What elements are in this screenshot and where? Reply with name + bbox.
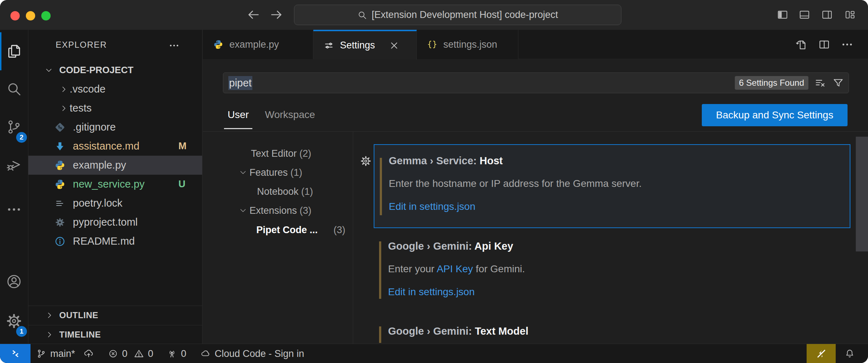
branch-icon [36,348,47,359]
arrow-down-icon [54,141,66,152]
status-item-0[interactable]: 0 [167,344,186,363]
badge: 2 [16,132,27,143]
scope-tab-user[interactable]: User [228,109,249,121]
edit-in-settings-json-link[interactable]: Edit in settings.json [389,201,475,212]
status-label: 0 [122,348,127,359]
more-icon [6,201,22,218]
explorer-more-actions-icon[interactable] [168,40,180,51]
toc-label: Features (1) [249,167,302,178]
description-link[interactable]: API Key [437,263,473,274]
warning-icon [134,348,144,359]
toggle-secondary-sidebar-icon[interactable] [821,9,833,21]
notifications-bell-icon[interactable] [844,348,855,359]
badge: 1 [16,326,27,337]
minimize-window-button[interactable] [26,11,35,20]
results-count-badge: 6 Settings Found [735,76,808,90]
status-item-publish-icon[interactable] [83,344,94,363]
tree-item-tests[interactable]: tests [28,99,202,118]
sliders-icon [323,40,334,51]
modified-indicator [379,326,381,343]
tree-item-poetry.lock[interactable]: poetry.lock [28,194,202,213]
tree-item-pyproject.toml[interactable]: pyproject.toml [28,213,202,232]
close-window-button[interactable] [10,11,20,20]
file-label: pyproject.toml [73,216,138,228]
forward-arrow-icon[interactable] [269,8,284,22]
chevron-down-icon [238,168,248,177]
more-icon[interactable] [841,38,854,51]
file-label: new_service.py [73,178,145,190]
chevron-down-icon [238,206,248,215]
debug-disconnected-button[interactable] [807,344,836,363]
tree-item-.gitignore[interactable]: .gitignore [28,118,202,137]
edit-in-settings-json-link[interactable]: Edit in settings.json [388,286,475,298]
files-icon [6,43,22,60]
split-icon[interactable] [818,38,831,51]
activity-item-additional-views[interactable] [0,192,28,227]
section-timeline[interactable]: TIMELINE [28,325,202,344]
zoom-window-button[interactable] [41,11,51,20]
search-icon [6,81,22,97]
setting-row-host[interactable]: Gemma › Service: HostEnter the hostname … [374,144,850,228]
toc-item-extensions[interactable]: Extensions (3) [203,201,353,220]
clear-filters-icon[interactable] [814,77,826,89]
settings-list: Gemma › Service: HostEnter the hostname … [353,132,868,344]
status-label: Cloud Code - Sign in [215,348,304,359]
status-item-0[interactable]: 0 [108,344,127,363]
python-icon [54,179,66,190]
tab-example.py[interactable]: example.py [203,30,313,59]
tree-item-README.md[interactable]: README.md [28,232,202,251]
activity-item-search[interactable] [0,72,28,106]
chevron-down-icon [44,66,53,75]
activity-item-accounts[interactable] [0,264,28,299]
toggle-panel-icon[interactable] [798,9,811,21]
command-center[interactable]: [Extension Development Host] code-projec… [294,5,621,25]
remote-indicator[interactable] [0,344,31,363]
go-file-icon[interactable] [795,38,808,51]
section-outline[interactable]: OUTLINE [28,306,202,325]
toc-item-notebook[interactable]: Notebook (1) [203,182,353,201]
customize-layout-icon[interactable] [844,9,856,21]
activity-item-manage[interactable]: 1 [0,304,28,338]
settings-scope-tabs: Backup and Sync Settings UserWorkspace [203,104,868,132]
modified-indicator [380,158,382,215]
filter-icon[interactable] [832,77,844,89]
tree-item-assistance.md[interactable]: assistance.mdM [28,137,202,156]
close-icon[interactable] [389,40,400,51]
toggle-sidebar-icon[interactable] [776,9,789,21]
explorer-sidebar: EXPLORER CODE-PROJECT.vscodetests.gitign… [28,30,202,344]
debug-icon [6,156,22,173]
git-status-badge: U [178,179,186,190]
tree-item-new_service.py[interactable]: new_service.pyU [28,175,202,194]
chevron-right-icon [45,330,54,339]
status-item-cloud-code-sign-in[interactable]: Cloud Code - Sign in [200,344,304,363]
status-item-main-[interactable]: main* [36,344,75,363]
scope-tab-workspace[interactable]: Workspace [265,109,315,121]
activity-item-explorer[interactable] [0,34,28,69]
tab-Settings[interactable]: Settings [313,30,417,60]
tree-item-CODE-PROJECT[interactable]: CODE-PROJECT [28,61,202,80]
status-label: 0 [148,348,153,359]
activity-item-run-and-debug[interactable] [0,147,28,182]
info-icon [54,236,66,247]
setting-row-text-model[interactable]: Google › Gemini: Text Model [374,322,850,344]
status-item-0[interactable]: 0 [134,344,153,363]
setting-description: Enter your API Key for Gemini. [388,263,525,275]
setting-row-api-key[interactable]: Google › Gemini: Api KeyEnter your API K… [374,237,850,321]
toc-item-pipet-code-[interactable]: Pipet Code ...(3) [203,221,353,239]
setting-gear-icon[interactable] [360,155,372,167]
backup-sync-button[interactable]: Backup and Sync Settings [702,104,848,126]
tab-settings.json[interactable]: settings.json [417,30,518,59]
toc-item-text-editor[interactable]: Text Editor (2) [203,144,353,163]
scrollbar-thumb[interactable] [856,137,868,251]
back-arrow-icon[interactable] [246,8,261,22]
section-label: TIMELINE [59,330,101,340]
tree-item-.vscode[interactable]: .vscode [28,80,202,99]
toc-item-features[interactable]: Features (1) [203,163,353,182]
tree-item-example.py[interactable]: example.py [28,156,202,175]
activity-item-source-control[interactable]: 2 [0,110,28,144]
settings-search-input[interactable]: pipet 6 Settings Found [223,72,849,93]
list-icon [54,198,66,209]
chevron-right-icon [45,311,54,320]
command-center-text: [Extension Development Host] code-projec… [372,9,558,20]
title-bar: [Extension Development Host] code-projec… [0,0,868,30]
